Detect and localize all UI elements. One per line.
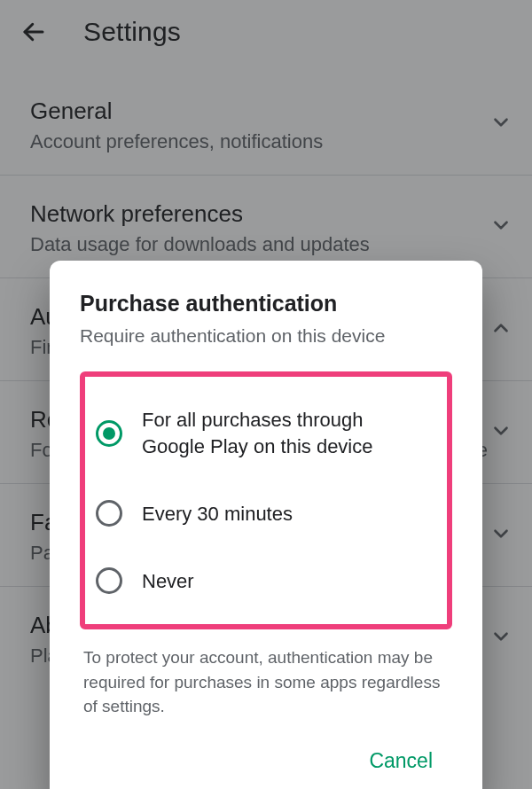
radio-option-all-purchases[interactable]: For all purchases through Google Play on…	[92, 391, 434, 475]
radio-selected-icon	[96, 420, 122, 447]
radio-option-never[interactable]: Never	[92, 551, 434, 610]
radio-label: Never	[142, 568, 194, 595]
radio-option-every-30-min[interactable]: Every 30 minutes	[92, 484, 434, 543]
dialog-note: To protect your account, authentication …	[80, 645, 452, 719]
radio-unselected-icon	[96, 500, 122, 527]
purchase-auth-dialog: Purchase authentication Require authenti…	[50, 261, 482, 789]
radio-label: For all purchases through Google Play on…	[142, 407, 431, 459]
dialog-title: Purchase authentication	[80, 291, 452, 316]
radio-group-highlight: For all purchases through Google Play on…	[80, 371, 452, 629]
radio-label: Every 30 minutes	[142, 501, 293, 527]
radio-unselected-icon	[96, 567, 122, 594]
dialog-actions: Cancel	[80, 744, 452, 778]
cancel-button[interactable]: Cancel	[360, 744, 442, 778]
dialog-subtitle: Require authentication on this device	[80, 325, 452, 347]
